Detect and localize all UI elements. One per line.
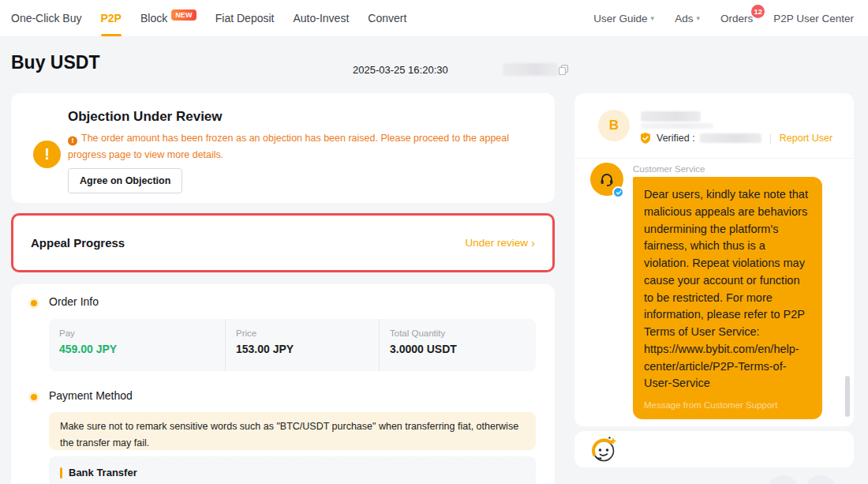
- objection-alert: !The order amount has been frozen as an …: [68, 130, 522, 164]
- support-bot-icon[interactable]: [589, 435, 619, 465]
- bank-transfer-label: Bank Transfer: [69, 467, 137, 478]
- seller-name-redacted: [641, 111, 701, 122]
- tab-block[interactable]: Block NEW: [140, 0, 196, 36]
- caret-down-icon: ▾: [696, 14, 700, 22]
- caret-down-icon: ▾: [651, 14, 655, 22]
- chevron-right-icon: ›: [531, 237, 535, 249]
- seller-chat-card: B Verified : | Report User: [574, 93, 854, 426]
- order-info-box: Pay 459.00 JPY Price 153.00 JPY Total Qu…: [49, 319, 536, 371]
- chat-scrollbar[interactable]: [845, 376, 850, 417]
- support-bot-card: [574, 431, 854, 467]
- order-info-heading: Order Info: [49, 295, 99, 308]
- alert-icon: !: [68, 136, 77, 145]
- appeal-progress-card[interactable]: Appeal Progress Under review ›: [11, 213, 555, 272]
- top-navigation: One-Click Buy P2P Block NEW Fiat Deposit…: [0, 0, 868, 37]
- payment-method-box[interactable]: Bank Transfer: [49, 456, 536, 484]
- orders-link[interactable]: Orders 12: [720, 13, 753, 24]
- new-badge: NEW: [171, 9, 196, 21]
- ads-menu[interactable]: Ads ▾: [675, 13, 700, 24]
- payment-notice: Make sure not to remark sensitive words …: [49, 412, 536, 450]
- verified-label: Verified :: [657, 133, 695, 144]
- pay-column: Pay 459.00 JPY: [49, 319, 225, 371]
- seller-header: B Verified : | Report User: [574, 93, 854, 159]
- pay-value: 459.00 JPY: [59, 343, 225, 355]
- orders-label: Orders: [720, 13, 753, 24]
- seller-avatar[interactable]: B: [598, 110, 630, 141]
- orange-bar-icon: [60, 467, 62, 478]
- warning-circle-icon: !: [33, 141, 61, 168]
- verified-value-redacted: [700, 133, 761, 143]
- user-guide-menu[interactable]: User Guide ▾: [593, 13, 654, 24]
- bank-transfer-row: Bank Transfer: [60, 467, 536, 478]
- orders-count-badge: 12: [751, 5, 765, 18]
- total-quantity-column: Total Quantity 3.0000 USDT: [379, 319, 536, 371]
- section-bullet-icon: [31, 300, 37, 306]
- tab-label: Block: [140, 12, 167, 24]
- objection-card: ! Objection Under Review !The order amou…: [11, 93, 555, 203]
- chat-message-footer: Message from Customer Support: [644, 400, 811, 410]
- floating-button[interactable]: [767, 475, 799, 484]
- agree-on-objection-button[interactable]: Agree on Objection: [68, 168, 182, 193]
- price-value: 153.00 JPY: [236, 343, 379, 355]
- report-user-link[interactable]: Report User: [780, 133, 832, 144]
- verified-check-icon: [612, 186, 624, 198]
- p2p-user-center-link[interactable]: P2P User Center: [773, 13, 854, 24]
- objection-title: Objection Under Review: [68, 109, 223, 125]
- tab-one-click-buy[interactable]: One-Click Buy: [11, 0, 81, 36]
- tab-fiat-deposit[interactable]: Fiat Deposit: [215, 0, 275, 36]
- pay-label: Pay: [59, 328, 225, 338]
- tab-auto-invest[interactable]: Auto-Invest: [293, 0, 349, 36]
- divider: |: [766, 133, 775, 144]
- copy-icon[interactable]: [558, 64, 569, 75]
- appeal-status-link[interactable]: Under review ›: [465, 237, 535, 249]
- tab-label: Auto-Invest: [293, 12, 349, 24]
- p2p-order-page: One-Click Buy P2P Block NEW Fiat Deposit…: [0, 0, 868, 484]
- seller-subinfo-redacted: [641, 123, 713, 129]
- page-title: Buy USDT: [11, 52, 99, 73]
- verified-row: Verified : | Report User: [639, 131, 832, 145]
- order-timestamp: 2025-03-25 16:20:30: [353, 64, 448, 76]
- verified-shield-icon: [639, 132, 652, 144]
- order-number-redacted: [503, 63, 558, 76]
- floating-button[interactable]: [805, 475, 836, 484]
- tab-label: P2P: [100, 12, 121, 24]
- ads-label: Ads: [675, 13, 693, 24]
- price-label: Price: [236, 328, 379, 338]
- user-guide-label: User Guide: [593, 13, 647, 24]
- payment-method-heading: Payment Method: [49, 389, 133, 402]
- chat-sender-label: Customer Service: [633, 164, 705, 174]
- user-center-label: P2P User Center: [773, 13, 854, 24]
- headset-icon: [598, 171, 615, 188]
- tab-p2p[interactable]: P2P: [100, 0, 121, 36]
- appeal-status-text: Under review: [465, 237, 528, 249]
- chat-message-bubble: Dear users, kindly take note that malici…: [633, 177, 822, 419]
- nav-utilities: User Guide ▾ Ads ▾ Orders 12 P2P User Ce…: [593, 0, 868, 36]
- total-quantity-value: 3.0000 USDT: [390, 343, 536, 355]
- tab-label: Fiat Deposit: [215, 12, 275, 24]
- tab-convert[interactable]: Convert: [368, 0, 406, 36]
- price-column: Price 153.00 JPY: [225, 319, 379, 371]
- appeal-progress-title: Appeal Progress: [31, 236, 125, 250]
- order-details-card: Order Info Pay 459.00 JPY Price 153.00 J…: [11, 284, 555, 484]
- objection-alert-text: The order amount has been frozen as an o…: [68, 133, 509, 160]
- section-bullet-icon: [31, 394, 37, 400]
- tab-label: One-Click Buy: [11, 12, 81, 24]
- tab-label: Convert: [368, 12, 406, 24]
- nav-tabs: One-Click Buy P2P Block NEW Fiat Deposit…: [0, 0, 406, 36]
- total-quantity-label: Total Quantity: [390, 328, 536, 338]
- chat-message-text: Dear users, kindly take note that malici…: [644, 186, 811, 392]
